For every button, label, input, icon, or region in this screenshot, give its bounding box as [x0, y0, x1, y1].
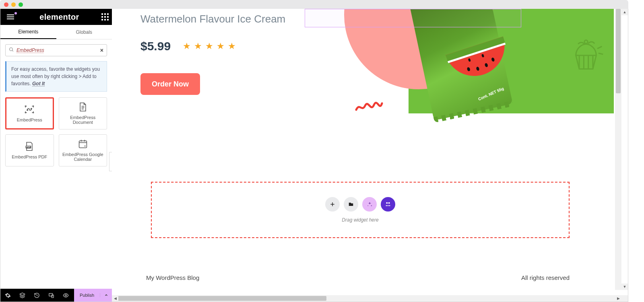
dropzone-buttons	[325, 197, 395, 212]
notification-badge-icon	[14, 11, 18, 15]
product-title: Watermelon Flavour Ice Cream	[140, 13, 285, 25]
vscroll-up-button[interactable]: ▲	[621, 9, 628, 15]
widget-label: EmbedPress PDF	[12, 154, 47, 159]
settings-button[interactable]	[0, 289, 15, 302]
publish-options-button[interactable]	[100, 293, 112, 297]
svg-line-1	[12, 50, 13, 51]
star-icon: ★	[205, 41, 213, 51]
calendar-icon	[78, 139, 88, 149]
publish-button[interactable]: Publish	[74, 293, 100, 298]
mac-minimize-icon[interactable]	[11, 2, 16, 7]
order-now-button[interactable]: Order Now	[140, 73, 200, 95]
hamburger-icon	[7, 16, 14, 17]
brand-logo: elementor	[39, 12, 79, 22]
sidebar-footer: Publish	[0, 289, 112, 302]
svg-point-2	[27, 109, 28, 110]
search-input-wrap: ×	[5, 44, 107, 56]
canvas-content[interactable]: Cont. NET 55g Waterm	[117, 9, 614, 290]
add-section-button[interactable]	[325, 197, 340, 212]
star-icon: ★	[183, 41, 191, 51]
cupcake-decor-icon	[568, 36, 604, 74]
sidebar-tabs: Elements Globals	[0, 25, 112, 39]
widgets-grid-button[interactable]	[101, 13, 109, 21]
widget-embedpress-google-calendar[interactable]: EmbedPress Google Calendar	[59, 134, 107, 166]
vertical-scrollbar[interactable]	[615, 9, 621, 290]
dropzone-hint: Drag widget here	[342, 217, 378, 223]
star-icon: ★	[228, 41, 236, 51]
widget-label: EmbedPress Google Calendar	[61, 152, 105, 162]
widget-embedpress[interactable]: EmbedPress	[5, 97, 54, 129]
hscroll-right-button[interactable]: ▶	[615, 295, 621, 302]
hscroll-left-button[interactable]: ◀	[112, 295, 118, 302]
widget-label: EmbedPress Document	[61, 115, 105, 125]
selection-outline[interactable]	[305, 9, 521, 27]
templates-button[interactable]	[344, 197, 358, 212]
search-input[interactable]	[17, 47, 98, 53]
star-icon: ★	[194, 41, 202, 51]
vscroll-thumb[interactable]	[616, 9, 621, 93]
sidebar-header: elementor	[0, 9, 112, 25]
rating-stars: ★ ★ ★ ★ ★	[183, 41, 236, 51]
tip-gotit-link[interactable]: Got It	[32, 81, 45, 86]
tip-text: For easy access, favorite the widgets yo…	[11, 66, 100, 86]
page-footer: My WordPress Blog All rights reserved	[146, 274, 570, 281]
history-button[interactable]	[29, 289, 44, 302]
drop-zone[interactable]: Drag widget here	[151, 182, 570, 238]
search-icon	[9, 47, 14, 53]
hscroll-thumb[interactable]	[117, 296, 326, 301]
navigator-button[interactable]	[15, 289, 29, 302]
mac-zoom-icon[interactable]	[19, 2, 23, 7]
tab-globals[interactable]: Globals	[56, 25, 112, 39]
bag-net-weight: Cont. NET 55g	[477, 86, 504, 101]
widget-label: EmbedPress	[17, 117, 42, 122]
mac-close-icon[interactable]	[4, 2, 8, 7]
svg-point-27	[386, 205, 387, 206]
svg-point-25	[386, 202, 388, 204]
svg-text:PDF: PDF	[27, 146, 31, 148]
responsive-button[interactable]	[44, 289, 58, 302]
svg-point-3	[31, 108, 32, 109]
scroll-corner	[621, 295, 628, 302]
svg-point-22	[584, 40, 588, 43]
vscroll-down-button[interactable]: ▼	[621, 284, 628, 290]
preview-button[interactable]	[58, 289, 73, 302]
star-icon: ★	[217, 41, 225, 51]
app-window: elementor Elements Globals × For easy ac…	[0, 9, 628, 302]
publish-group: Publish	[74, 289, 112, 302]
svg-point-21	[65, 294, 66, 296]
footer-left: My WordPress Blog	[146, 274, 199, 281]
document-icon	[78, 102, 88, 112]
search-clear-button[interactable]: ×	[100, 47, 103, 53]
price-row: $5.99 ★ ★ ★ ★ ★	[140, 39, 236, 53]
footer-right: All rights reserved	[521, 274, 570, 281]
widget-embedpress-pdf[interactable]: PDF EmbedPress PDF	[5, 134, 54, 166]
horizontal-scrollbar[interactable]	[112, 295, 621, 302]
squiggle-decor-icon	[355, 99, 384, 115]
editor-sidebar: elementor Elements Globals × For easy ac…	[0, 9, 112, 302]
product-price: $5.99	[140, 39, 171, 53]
menu-button[interactable]	[4, 12, 17, 22]
svg-point-28	[388, 205, 389, 206]
mac-titlebar	[0, 0, 628, 9]
canvas: Cont. NET 55g Waterm	[112, 9, 628, 302]
svg-rect-9	[79, 141, 87, 148]
svg-point-26	[388, 202, 390, 204]
tab-elements[interactable]: Elements	[0, 25, 56, 39]
favorites-tip: For easy access, favorite the widgets yo…	[5, 61, 107, 92]
pdf-icon: PDF	[24, 142, 35, 151]
svg-point-0	[10, 48, 13, 51]
widgets-grid: EmbedPress EmbedPress Document PDF Embed…	[0, 97, 112, 166]
svg-point-29	[389, 205, 390, 206]
widget-embedpress-document[interactable]: EmbedPress Document	[59, 97, 107, 129]
blocks-button[interactable]	[381, 197, 395, 212]
ai-button[interactable]	[362, 197, 377, 212]
embedpress-icon	[24, 105, 35, 114]
